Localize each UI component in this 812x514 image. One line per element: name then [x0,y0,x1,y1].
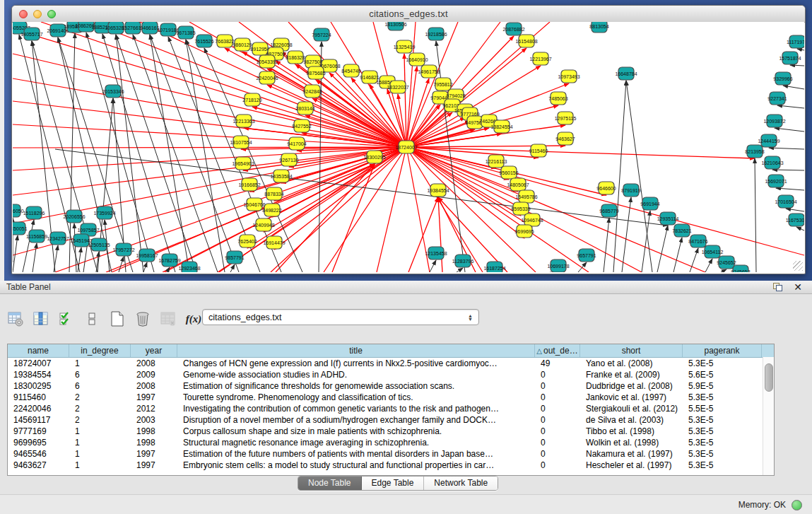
graph-node[interactable]: 9685779 [599,204,618,217]
close-panel-icon[interactable]: ✕ [794,281,802,293]
graph-node[interactable]: 8213958 [745,145,764,158]
graph-node[interactable]: 8791919 [621,184,640,197]
graph-node[interactable]: 10543392 [256,55,278,68]
graph-node[interactable]: 18322037 [387,81,408,93]
graph-node[interactable]: 20206556 [63,210,85,223]
citation-network-graph[interactable]: 1872400718300295193845547663822986012989… [13,22,804,272]
graph-node[interactable]: 14353584 [270,170,292,182]
graph-node[interactable]: 15118296 [23,206,45,219]
new-file-button[interactable] [107,309,127,329]
graph-node[interactable]: 9875685 [306,66,325,79]
graph-node[interactable]: 7832621 [672,224,691,237]
graph-node[interactable]: 8454749 [341,64,360,77]
graph-node[interactable]: 14055717 [20,28,42,40]
table-row[interactable]: 911546021997Tourette syndrome. Phenomeno… [8,392,774,403]
column-header-name[interactable]: name [8,344,69,357]
graph-node[interactable]: 11675300 [786,214,804,226]
zoom-traffic-light-icon[interactable] [47,10,56,18]
graph-node[interactable]: 8427552 [292,119,311,132]
window-resize-grip[interactable] [793,261,803,271]
table-row[interactable]: 1872400712008Changes of HCN gene express… [8,358,774,369]
column-header-title[interactable]: title [177,344,535,357]
graph-node[interactable]: 7615526 [194,35,213,47]
graph-node[interactable]: 22420046 [256,71,278,84]
graph-node[interactable]: 9691944 [640,197,659,210]
graph-node[interactable]: 7625402 [237,235,257,247]
graph-node[interactable]: 9329966 [773,72,792,85]
graph-node[interactable]: 9227341 [767,92,787,105]
table-row[interactable]: 1456911722003Disruption of a novel membe… [8,414,774,426]
column-header-year[interactable]: year [131,344,177,357]
network-window-titlebar[interactable]: citations_edges.txt [12,6,805,23]
graph-node[interactable]: 16210643 [761,156,783,169]
graph-node[interactable]: 9699695 [514,225,534,238]
graph-node[interactable]: 9560156 [499,166,518,179]
graph-node[interactable]: 9857791 [225,251,244,264]
graph-node[interactable]: 11325419 [394,40,416,53]
graph-node[interactable]: 9115460 [529,144,548,157]
graph-node[interactable]: 12975115 [555,112,577,124]
graph-node[interactable]: 7485063 [548,92,567,105]
graph-node[interactable]: 19654903 [232,157,254,170]
graph-node[interactable]: 9417004 [287,137,306,150]
graph-node[interactable]: 12505135 [88,238,110,251]
graph-node[interactable]: 12213967 [529,52,551,65]
minimize-traffic-light-icon[interactable] [33,10,42,18]
graph-node[interactable]: 7957224 [312,28,331,41]
graph-node[interactable]: 2803144 [295,102,314,115]
graph-node[interactable]: 8186328 [286,51,305,64]
graph-node[interactable]: 12213363 [233,115,254,127]
memory-status-indicator-icon[interactable] [792,500,802,510]
table-row[interactable]: 946554611997Estimation of the future num… [8,448,774,460]
graph-node[interactable]: 17359924 [93,206,115,219]
graph-node[interactable]: 12216113 [486,155,507,168]
graph-node[interactable]: 8878334 [264,187,283,200]
graph-node[interactable]: 8471676 [688,235,707,247]
graph-node[interactable]: 16914479 [263,236,285,249]
graph-node[interactable]: 14805067 [507,178,529,191]
graph-node[interactable]: 9463627 [555,132,575,145]
graph-node[interactable]: 18724007 [395,141,417,153]
graph-node[interactable]: 10973493 [558,70,579,83]
function-builder-button[interactable]: f(x) [184,309,204,329]
graph-node[interactable]: 2718120 [242,93,261,106]
graph-node[interactable]: 14961758 [418,65,440,78]
scrollbar-thumb[interactable] [765,363,773,392]
graph-node[interactable]: 9860129 [233,38,252,51]
graph-node[interactable]: 11171977 [787,35,804,48]
graph-node[interactable]: 15692071 [765,175,787,187]
tab-network-table[interactable]: Network Table [424,477,498,490]
graph-node[interactable]: 11283796 [452,255,474,267]
graph-node[interactable]: 19166852 [238,178,260,191]
graph-node[interactable]: 12342757 [47,232,69,245]
graph-node[interactable]: 15751874 [779,52,801,64]
table-row[interactable]: 1938455462009Genome-wide association stu… [8,369,774,380]
table-row[interactable]: 946362711997Embryonic stem cells: a mode… [8,460,774,471]
tab-node-table[interactable]: Node Table [298,477,362,490]
graph-node[interactable]: 8813054 [589,22,608,33]
graph-node[interactable]: 25266050 [13,204,24,217]
graph-node[interactable]: 12093872 [763,115,785,127]
graph-node[interactable]: 19958167 [136,249,158,262]
graph-node[interactable]: 16640910 [406,53,428,66]
table-settings-button[interactable] [6,309,25,329]
table-row[interactable]: 1830029562008Estimation of significance … [8,380,774,392]
graph-node[interactable]: 20153346 [102,85,124,98]
graph-node[interactable]: 9671385 [176,26,195,39]
graph-node[interactable]: 9242848 [302,85,322,98]
column-header-in_degree[interactable]: in_degree [69,344,131,357]
graph-node[interactable]: 10946748 [521,214,543,226]
table-row[interactable]: 969969511998Structural magnetic resonanc… [8,437,774,448]
close-traffic-light-icon[interactable] [19,10,28,18]
table-selector-combobox[interactable]: citations_edges.txt ▲▼ [202,309,479,325]
graph-node[interactable]: 10654112 [702,245,724,258]
graph-node[interactable]: 9657791 [577,249,596,262]
graph-node[interactable]: 7663822 [215,35,234,47]
graph-node[interactable]: 17016504 [775,195,796,208]
graph-node[interactable]: 11156859 [26,230,47,243]
graph-node[interactable]: 7955812 [433,78,452,90]
vertical-scrollbar[interactable] [763,357,774,475]
graph-node[interactable]: 17957272 [112,243,134,256]
graph-node[interactable]: 19384554 [427,184,449,197]
graph-node[interactable]: 12409948 [252,218,274,231]
